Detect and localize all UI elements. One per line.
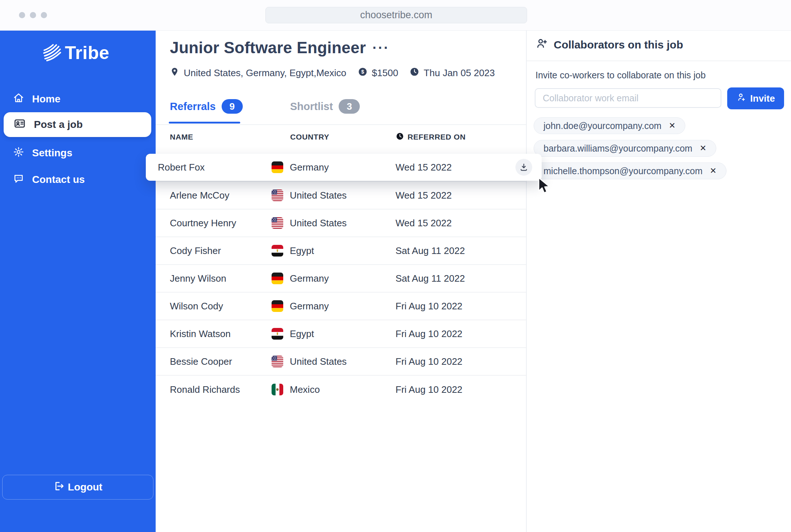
address-bar-url: choosetribe.com [360,9,432,21]
cell-country: Egypt [290,328,314,340]
job-menu-button[interactable]: ··· [373,41,390,55]
collaborator-email-input[interactable] [535,88,721,108]
remove-collaborator-button[interactable]: ✕ [700,144,706,152]
collaborator-chips: john.doe@yourcompany.com✕barbara.william… [534,117,726,179]
cell-referred-on: Fri Aug 10 2022 [396,384,526,395]
table-row[interactable]: Ronald RichardsMexicoFri Aug 10 2022 [156,376,526,403]
collaborators-title: Collaborators on this job [554,39,683,51]
logout-icon [53,481,64,494]
cell-country: United States [290,356,347,367]
job-reward: $1500 [372,67,398,79]
sidebar-item-label: Contact us [32,174,85,185]
gear-icon [13,146,24,160]
job-detail-panel: Junior Software Engineer ··· United Stat… [156,31,526,532]
cell-referred-on: Fri Aug 10 2022 [396,328,526,340]
sidebar-item-label: Home [32,93,61,105]
remove-collaborator-button[interactable]: ✕ [710,167,716,175]
cell-referred-on: Sat Aug 11 2022 [396,273,526,284]
table-row-hovered[interactable]: Robert Fox Germany Wed 15 2022 [146,154,542,181]
collaborator-email: john.doe@yourcompany.com [543,121,662,131]
tab-referrals[interactable]: Referrals 9 [170,99,243,114]
flag-germany-icon [272,273,283,284]
window-minimize-button[interactable] [30,12,36,18]
tribe-logo-text: Tribe [65,42,109,63]
remove-collaborator-button[interactable]: ✕ [669,122,675,130]
invite-button[interactable]: Invite [727,87,784,109]
job-date: Thu Jan 05 2023 [424,67,495,79]
location-pin-icon [170,67,179,79]
column-header-country: COUNTRY [290,133,396,141]
cell-name: Bessie Cooper [170,356,272,367]
cell-country: United States [290,190,347,201]
chat-icon [13,173,24,187]
tribe-globe-icon [41,41,63,65]
flag-egypt-icon [272,328,283,340]
window-zoom-button[interactable] [41,12,47,18]
cell-country: United States [290,218,347,229]
sidebar-item-post-a-job[interactable]: Post a job [4,112,151,137]
table-row[interactable]: Cody FisherEgyptSat Aug 11 2022 [156,237,526,265]
tabs-divider [156,124,526,125]
cell-name: Courtney Henry [170,218,272,229]
cell-country: Mexico [290,384,320,395]
table-row[interactable]: Kristin WatsonEgyptFri Aug 10 2022 [156,320,526,348]
referral-rows: Arlene McCoyUnited StatesWed 15 2022Cour… [156,181,526,403]
table-row[interactable]: Arlene McCoyUnited StatesWed 15 2022 [156,182,526,210]
collaborator-email: barbara.williams@yourcompany.com [543,143,692,154]
dollar-icon: $ [358,67,367,79]
flag-mexico-icon [272,384,283,395]
flag-germany-icon [272,161,283,173]
download-cv-button[interactable] [515,159,532,176]
window-close-button[interactable] [19,12,25,18]
collaborator-chip: john.doe@yourcompany.com✕ [534,117,685,134]
collaborator-chip: barbara.williams@yourcompany.com✕ [534,140,716,157]
sidebar-item-home[interactable]: Home [0,91,156,107]
job-locations: United States, Germany, Egypt,Mexico [184,67,346,79]
collaborators-panel: Collaborators on this job Invite co-work… [526,31,791,532]
logout-label: Logout [68,481,102,493]
tribe-logo: Tribe [41,41,109,65]
flag-egypt-icon [272,245,283,257]
sidebar-item-contact-us[interactable]: Contact us [0,172,156,188]
cell-name: Cody Fisher [170,245,272,257]
cell-name: Jenny Wilson [170,273,272,284]
cell-name: Arlene McCoy [170,190,272,201]
table-row[interactable]: Jenny WilsonGermanySat Aug 11 2022 [156,265,526,293]
table-row[interactable]: Bessie CooperUnited StatesFri Aug 10 202… [156,348,526,376]
cell-referred-on: Fri Aug 10 2022 [396,356,526,367]
clock-icon [396,132,404,142]
invite-button-label: Invite [750,93,775,104]
flag-united-states-icon [272,217,283,229]
job-meta: United States, Germany, Egypt,Mexico $ $… [170,67,502,79]
person-add-icon [736,92,747,105]
person-add-icon [535,37,548,52]
cell-country: Germany [290,162,329,173]
flag-united-states-icon [272,189,283,201]
cell-name: Wilson Cody [170,301,272,312]
sidebar-item-label: Settings [32,147,72,159]
home-icon [13,93,24,106]
tab-shortlist[interactable]: Shortlist 3 [290,99,360,114]
cell-name: Robert Fox [158,162,272,173]
sidebar-item-settings[interactable]: Settings [0,145,156,161]
cell-country: Egypt [290,245,314,257]
address-bar[interactable]: choosetribe.com [265,7,527,23]
cell-referred-on: Fri Aug 10 2022 [396,301,526,312]
table-row[interactable]: Courtney HenryUnited StatesWed 15 2022 [156,210,526,237]
collaborator-email: michelle.thompson@yourcompany.com [543,166,702,176]
sidebar-item-label: Post a job [34,119,83,130]
panel-divider [527,60,791,61]
svg-text:$: $ [361,69,364,75]
table-header: NAME COUNTRY REFERRED ON [156,128,526,146]
cell-name: Kristin Watson [170,328,272,340]
page-title: Junior Software Engineer [170,39,366,57]
sidebar: Tribe Home Post a job [0,31,156,532]
collaborator-chip: michelle.thompson@yourcompany.com✕ [534,163,726,179]
cell-country: Germany [290,273,329,284]
cell-referred-on: Sat Aug 11 2022 [396,245,526,257]
logout-button[interactable]: Logout [2,475,153,500]
app-window: choosetribe.com Tribe Home [0,0,791,532]
cell-referred-on: Wed 15 2022 [396,190,526,201]
window-controls[interactable] [19,12,47,18]
table-row[interactable]: Wilson CodyGermanyFri Aug 10 2022 [156,293,526,320]
